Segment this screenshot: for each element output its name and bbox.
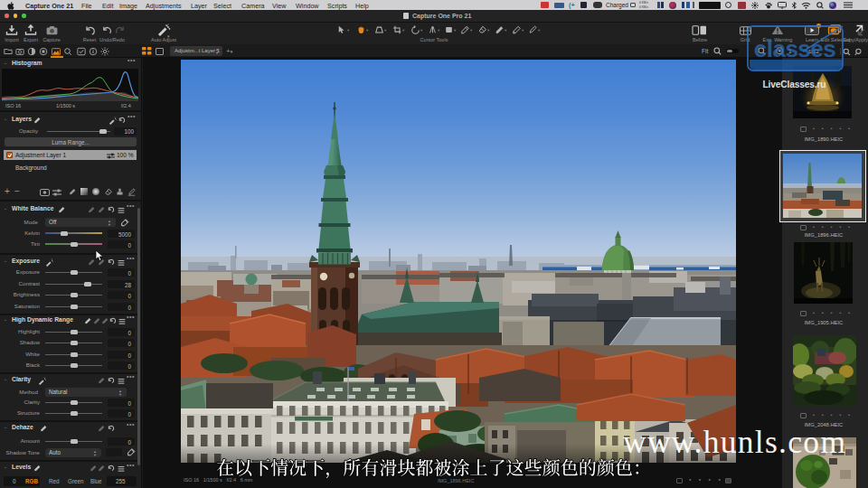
svg-text:classes: classes (754, 35, 836, 62)
